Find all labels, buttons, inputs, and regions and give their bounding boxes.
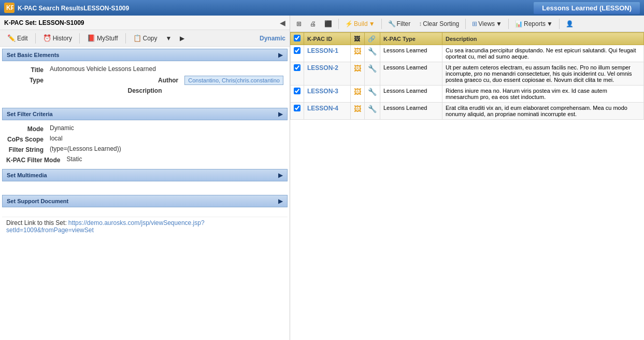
row-id-cell: LESSON-2 (304, 62, 351, 86)
row-checkbox[interactable] (294, 47, 300, 54)
app-name-badge: Lessons Learned (LESSON) (534, 2, 640, 14)
row-checkbox-cell (291, 103, 304, 120)
pencil-icon: ✏️ (7, 34, 16, 42)
row-link-cell: 🔧 (365, 86, 380, 103)
history-button[interactable]: ⏰ History (40, 33, 75, 43)
wrench-icon: 🔧 (368, 47, 377, 55)
type-label: Type (6, 76, 48, 84)
left-toolbar: ✏️ Edit ⏰ History 📕 MyStuff 📋 Copy ▼ (0, 30, 290, 47)
reports-icon: 📊 (515, 20, 523, 27)
svg-text:KP: KP (6, 4, 13, 11)
row-description-cell: Cu sea iracundia percipitur disputando. … (442, 45, 644, 62)
description-label: Description (6, 87, 283, 94)
table-row: LESSON-1 🖼 🔧 Lessons Learned Cu sea irac… (291, 45, 644, 62)
export-button[interactable]: ⬛ (321, 19, 335, 29)
rtb-sep-4 (508, 19, 509, 29)
direct-link-row: Direct Link to this Set: https://demo.au… (2, 217, 288, 236)
support-doc-section-header[interactable]: Set Support Document ▶ (2, 195, 288, 207)
user-button[interactable]: 👤 (563, 19, 577, 29)
separator-2 (79, 33, 80, 44)
wrench-icon: 🔧 (368, 105, 377, 113)
cops-scope-value: local (50, 135, 283, 142)
type-author-row: Type Author Constantino, Chris(chris.con… (2, 75, 288, 86)
filter-criteria-section-header[interactable]: Set Filter Criteria ▶ (2, 108, 288, 120)
kpac-filter-mode-row: K-PAC Filter Mode Static (2, 154, 288, 165)
copy-icon: 📋 (133, 34, 141, 42)
rtb-sep-5 (559, 19, 560, 29)
kpac-filter-mode-label: K-PAC Filter Mode (6, 155, 64, 164)
row-link-cell: 🔧 (365, 62, 380, 86)
basic-elements-arrow-icon: ▶ (278, 51, 283, 59)
reports-button[interactable]: 📊 Reports ▼ (512, 19, 556, 29)
wrench-icon: 🔧 (368, 88, 377, 96)
menu-icon: ▼ (166, 35, 172, 42)
filter-icon: 🔧 (388, 20, 396, 27)
results-table-container: K-PAC ID 🖼 🔗 K-PAC Type Description (290, 32, 644, 340)
filter-string-label: Filter String (6, 145, 48, 153)
th-description: Description (442, 33, 644, 45)
filter-string-row: Filter String (type=(Lessons Learned)) (2, 144, 288, 154)
clear-sorting-button[interactable]: ↕ Clear Sorting (416, 19, 462, 29)
row-checkbox-cell (291, 86, 304, 103)
image-icon: 🖼 (354, 88, 361, 96)
copy-button[interactable]: 📋 Copy (130, 33, 161, 43)
lesson-link[interactable]: LESSON-3 (307, 88, 338, 95)
row-id-cell: LESSON-4 (304, 103, 351, 120)
description-row: Description (2, 86, 288, 95)
filter-string-value: (type=(Lessons Learned)) (50, 145, 283, 152)
support-doc-arrow-icon: ▶ (278, 197, 283, 205)
mode-label: Mode (6, 124, 48, 133)
build-button[interactable]: ⚡ Build ▼ (342, 19, 378, 29)
expand-button[interactable]: ⊞ (293, 19, 305, 29)
arrow-button[interactable]: ▶ (177, 34, 188, 43)
book-icon: 📕 (87, 34, 95, 42)
arrow-icon: ▶ (180, 35, 184, 42)
multimedia-section-header[interactable]: Set Multimedia ▶ (2, 169, 288, 181)
menu-button[interactable]: ▼ (163, 34, 175, 43)
filter-button[interactable]: 🔧 Filter (385, 19, 414, 29)
lesson-link[interactable]: LESSON-4 (307, 105, 338, 112)
title-label: Title (6, 65, 48, 74)
history-icon: ⏰ (43, 34, 51, 42)
table-row: LESSON-2 🖼 🔧 Lessons Learned Ut per aute… (291, 62, 644, 86)
basic-elements-title: Set Basic Elements (7, 52, 60, 58)
mode-row: Mode Dynamic (2, 123, 288, 134)
results-table: K-PAC ID 🖼 🔗 K-PAC Type Description (290, 32, 644, 120)
filter-criteria-title: Set Filter Criteria (7, 111, 53, 117)
row-checkbox[interactable] (294, 64, 300, 71)
row-id-cell: LESSON-1 (304, 45, 351, 62)
lesson-link[interactable]: LESSON-2 (307, 64, 338, 72)
th-kpac-type: K-PAC Type (380, 33, 442, 45)
top-header: KP K-PAC Search ResultsLESSON-S1009 Less… (0, 0, 644, 16)
separator-3 (125, 33, 126, 44)
row-checkbox[interactable] (294, 88, 300, 94)
views-dropdown-icon: ▼ (496, 20, 502, 27)
print-button[interactable]: 🖨 (307, 19, 319, 29)
multimedia-title: Set Multimedia (7, 172, 47, 178)
cops-scope-row: CoPs Scope local (2, 134, 288, 144)
lesson-link[interactable]: LESSON-1 (307, 47, 338, 54)
row-link-cell: 🔧 (365, 103, 380, 120)
right-toolbar: ⊞ 🖨 ⬛ ⚡ Build ▼ 🔧 Filter ↕ Clear Sorting (290, 16, 644, 32)
row-description-cell: Erat clita eruditi vix an, id eum elabor… (442, 103, 644, 120)
row-checkbox-cell (291, 62, 304, 86)
rtb-sep-1 (338, 19, 339, 29)
separator-1 (35, 33, 36, 44)
filter-criteria-arrow-icon: ▶ (278, 110, 283, 118)
mystuff-button[interactable]: 📕 MyStuff (84, 33, 121, 43)
rtb-sep-2 (381, 19, 382, 29)
row-checkbox[interactable] (294, 105, 300, 111)
basic-elements-section-header[interactable]: Set Basic Elements ▶ (2, 49, 288, 61)
filter-criteria-form: Mode Dynamic CoPs Scope local Filter Str… (2, 121, 288, 167)
edit-button[interactable]: ✏️ Edit (4, 33, 31, 43)
main-layout: K-PAC Set: LESSON-S1009 ◀ ✏️ Edit ⏰ Hist… (0, 16, 644, 340)
collapse-button[interactable]: ◀ (280, 19, 285, 27)
th-kpac-id: K-PAC ID (304, 33, 351, 45)
th-icon1: 🖼 (351, 33, 365, 45)
th-checkbox (291, 33, 304, 45)
image-header-icon: 🖼 (354, 35, 360, 42)
multimedia-arrow-icon: ▶ (278, 172, 283, 179)
title-row: Title Autonomous Vehicle Lessons Learned (2, 64, 288, 75)
views-button[interactable]: ⊞ Views ▼ (469, 19, 505, 29)
select-all-checkbox[interactable] (294, 35, 300, 41)
